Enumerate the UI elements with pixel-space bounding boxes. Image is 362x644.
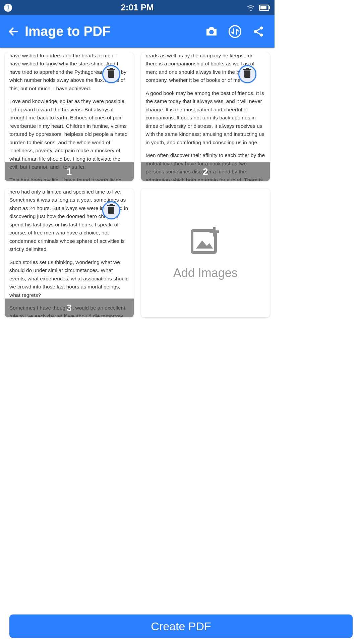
trash-icon (244, 70, 250, 78)
page-number-badge: 2 (141, 162, 270, 181)
page-number-badge: 3 (5, 299, 134, 317)
share-icon (252, 25, 264, 38)
delete-image-button[interactable] (102, 65, 120, 83)
add-images-card[interactable]: Add Images (141, 189, 270, 317)
preview-text: hero had only a limited and specified ti… (9, 189, 129, 254)
page-number-badge: 1 (5, 162, 134, 181)
delete-image-button[interactable] (238, 65, 256, 83)
preview-text: A good book may be among the best of fri… (146, 89, 265, 147)
delete-image-button[interactable] (102, 201, 120, 219)
trash-icon (108, 207, 114, 214)
svg-point-4 (229, 25, 241, 37)
notification-badge: 1 (4, 4, 12, 12)
sort-arrows-icon (228, 25, 242, 38)
image-card[interactable]: have wished to understand the hearts of … (5, 52, 134, 181)
content-area: have wished to understand the hearts of … (0, 48, 275, 455)
share-button[interactable] (249, 22, 268, 41)
svg-rect-1 (269, 6, 270, 9)
image-card[interactable]: reads as well as by the company he keeps… (141, 52, 270, 181)
preview-text: Such stories set us thinking, wondering … (9, 258, 129, 299)
image-card[interactable]: hero had only a limited and specified ti… (5, 189, 134, 317)
wifi-icon (246, 4, 255, 11)
camera-icon (205, 26, 218, 37)
sort-button[interactable] (226, 22, 244, 41)
add-image-icon (189, 226, 222, 256)
battery-icon (259, 4, 270, 11)
svg-rect-2 (260, 6, 266, 9)
add-images-label: Add Images (173, 266, 238, 280)
svg-rect-10 (209, 230, 219, 233)
svg-point-7 (260, 34, 263, 37)
back-button[interactable] (7, 25, 20, 38)
svg-rect-8 (192, 230, 216, 253)
page-title: Image to PDF (25, 24, 111, 39)
svg-point-3 (209, 30, 214, 34)
svg-point-5 (260, 26, 263, 30)
preview-text: Love and knowledge, so far as they were … (9, 97, 129, 171)
status-bar: 1 2:01 PM (0, 0, 275, 15)
camera-button[interactable] (202, 22, 221, 41)
arrow-left-icon (8, 26, 19, 37)
image-grid: have wished to understand the hearts of … (5, 52, 270, 317)
trash-icon (108, 70, 114, 78)
app-bar: Image to PDF (0, 15, 275, 48)
svg-point-6 (254, 30, 257, 33)
status-time: 2:01 PM (121, 2, 154, 13)
